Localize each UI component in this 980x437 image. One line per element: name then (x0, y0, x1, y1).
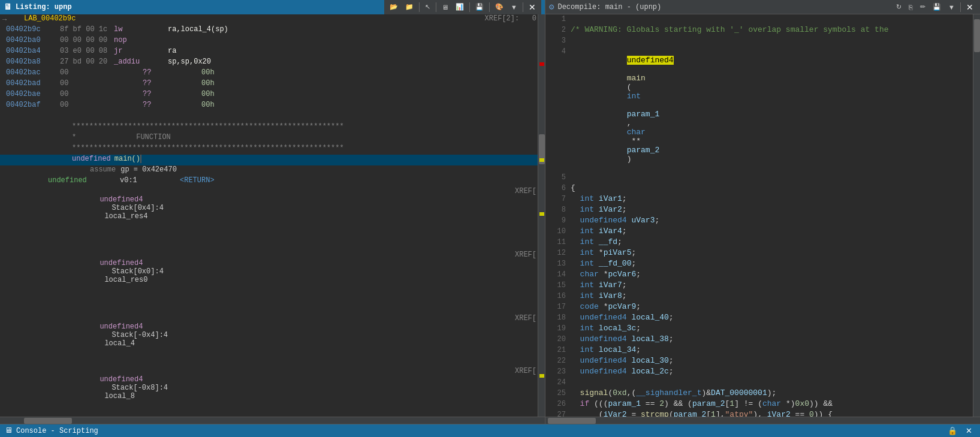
console-btn-lock[interactable]: 🔒 (945, 425, 960, 436)
decompile-btn-refresh[interactable]: ↻ (893, 2, 904, 12)
decompile-btn-edit[interactable]: ✏ (917, 2, 928, 12)
listing-btn-chart[interactable]: 📊 (453, 2, 467, 12)
stars-text-2: ****************************************… (72, 144, 344, 152)
listing-hscroll-thumb[interactable] (24, 418, 72, 424)
listing-blank-5 (0, 303, 538, 314)
dc-linenum-24: 24 (548, 378, 566, 387)
listing-param-1: undefined4 Stack[0x4]:4 local_res4 XREF[ (0, 187, 538, 229)
param3-content: undefined4 Stack[-0x4]:4 local_4 (48, 314, 168, 356)
listing-blank-3 (0, 240, 538, 251)
decompile-toolbar: ↻ ⎘ ✏ 💾 ▼ ✕ (893, 0, 976, 15)
decompile-btn-copy[interactable]: ⎘ (906, 2, 916, 12)
dc-plain-paren1: ( (627, 83, 632, 92)
listing-row-2: 00402ba4 03 e0 00 08 jr ra (0, 47, 538, 58)
dc-line-3: 3 (545, 36, 973, 47)
function-keyword: FUNCTION (136, 133, 171, 141)
mnemonic-5: ?? (143, 79, 197, 88)
decompile-btn-dropdown[interactable]: ▼ (945, 2, 958, 12)
listing-btn-close[interactable]: ✕ (526, 2, 539, 13)
dc-content-18: undefined4 local_40; (571, 313, 970, 322)
addr-3: 00402ba8 (6, 58, 60, 66)
listing-stars-1: ****************************************… (0, 122, 538, 133)
listing-scroll[interactable]: → LAB_00402b9c XREF[2]: 0 00402b9c 8f bf… (0, 14, 538, 417)
listing-row-6: 00402bae 00 ?? 00h (0, 90, 538, 101)
listing-btn-palette[interactable]: 🎨 (492, 2, 506, 12)
console-icon: 🖥 (5, 426, 13, 435)
dc-line-7: 7 int iVar1; (545, 194, 973, 205)
operand-6: 00h (201, 90, 215, 98)
operand-5: 00h (201, 79, 215, 88)
listing-blank-6 (0, 356, 538, 367)
dc-content-27: (iVar2 = strcmp(param_2[1],"atpv"), iVar… (571, 410, 970, 417)
listing-btn-monitor[interactable]: 🖥 (439, 2, 451, 12)
dc-content-13: int __fd_00; (571, 259, 970, 268)
dc-content-23: undefined4 local_2c; (571, 367, 970, 376)
assume-value: gp = 0x42e470 (120, 165, 177, 174)
decompile-content-area: 1 2 /* WARNING: Globals starting with '_… (545, 14, 980, 417)
listing-row-3: 00402ba8 27 bd 00 20 _addiu sp,sp,0x20 (0, 58, 538, 68)
scroll-marker-yellow-2 (539, 212, 544, 216)
dc-param-1: param_1 (627, 110, 660, 119)
listing-btn-folder[interactable]: 📁 (402, 2, 417, 12)
dc-line-14: 14 char *pcVar6; (545, 270, 973, 281)
listing-btn-dropdown[interactable]: ▼ (508, 2, 520, 12)
dc-line-12: 12 int *piVar5; (545, 248, 973, 259)
scroll-marker-yellow-1 (539, 158, 544, 162)
decompile-vscrollbar[interactable] (973, 14, 980, 417)
dc-plain-ptr: ** (627, 137, 641, 146)
decompile-hscroll-thumb[interactable] (548, 418, 596, 424)
hex-0: 8f bf 00 1c (60, 25, 114, 34)
dc-linenum-11: 11 (548, 238, 566, 246)
listing-hscrollbar[interactable] (0, 417, 545, 424)
addr-6: 00402bae (6, 90, 60, 98)
dc-linenum-22: 22 (548, 357, 566, 365)
dc-content-8: int iVar2; (571, 205, 970, 214)
decompile-btn-save[interactable]: 💾 (930, 2, 944, 12)
dc-content-15: int iVar7; (571, 281, 970, 290)
listing-title-left: 🖥 Listing: upnp (4, 2, 72, 12)
decompile-panel: ⚙ Decompile: main - (upnp) ↻ ⎘ ✏ 💾 ▼ ✕ 1 (545, 0, 980, 424)
toolbar-sep-5 (523, 2, 523, 12)
dc-linenum-17: 17 (548, 303, 566, 311)
operand-0: ra,local_4(sp) (168, 25, 228, 34)
decompile-scroll[interactable]: 1 2 /* WARNING: Globals starting with '_… (545, 14, 973, 417)
dc-linenum-12: 12 (548, 249, 566, 257)
decompile-vscroll-thumb[interactable] (974, 19, 980, 52)
listing-vscrollbar[interactable] (538, 14, 545, 417)
listing-btn-cursor[interactable]: ↖ (422, 2, 433, 12)
dc-line-18: 18 undefined4 local_40; (545, 313, 973, 324)
dc-content-6: { (571, 183, 970, 192)
dc-linenum-21: 21 (548, 346, 566, 354)
dc-line-13: 13 int __fd_00; (545, 259, 973, 270)
decompile-btn-close[interactable]: ✕ (963, 2, 976, 13)
dc-line-10: 10 int iVar4; (545, 227, 973, 237)
dc-linenum-8: 8 (548, 206, 566, 214)
param2-xref: XREF[ (515, 251, 536, 259)
console-btn-x[interactable]: ✕ (963, 425, 975, 436)
dc-line-25: 25 signal(0xd,(__sighandler_t)&DAT_00000… (545, 388, 973, 399)
listing-func-def: undefined main() (0, 155, 538, 165)
dc-linenum-5: 5 (548, 173, 566, 182)
listing-panel: 🖥 Listing: upnp 📂 📁 ↖ 🖥 📊 💾 🎨 ▼ ✕ (0, 0, 545, 424)
decompile-toolbar-sep (960, 2, 961, 12)
listing-blank-4 (0, 293, 538, 303)
dc-content-22: undefined4 local_30; (571, 356, 970, 365)
dc-content-10: int iVar4; (571, 227, 970, 236)
decompile-title: Decompile: main - (upnp) (557, 3, 661, 11)
main-area: 🖥 Listing: upnp 📂 📁 ↖ 🖥 📊 💾 🎨 ▼ ✕ (0, 0, 980, 424)
func-undefined-kw: undefined (72, 155, 111, 163)
nav-arrow: → (2, 14, 7, 24)
decompile-hscrollbar[interactable] (545, 417, 980, 424)
dc-content-7: int iVar1; (571, 194, 970, 203)
dc-line-16: 16 int iVar8; (545, 291, 973, 302)
listing-param-3: undefined4 Stack[-0x4]:4 local_4 XREF[ (0, 314, 538, 356)
hex-6: 00 (60, 90, 114, 98)
listing-btn-save[interactable]: 💾 (472, 2, 487, 12)
listing-btn-folder-open[interactable]: 📂 (387, 2, 401, 12)
dc-linenum-23: 23 (548, 367, 566, 376)
dc-line-5: 5 (545, 173, 973, 183)
stars-text-1: ****************************************… (72, 122, 344, 131)
dc-line-4: 4 undefined4 main ( int param_1 , char *… (545, 47, 973, 173)
dc-linenum-7: 7 (548, 195, 566, 203)
listing-titlebar: 🖥 Listing: upnp 📂 📁 ↖ 🖥 📊 💾 🎨 ▼ ✕ (0, 0, 545, 14)
